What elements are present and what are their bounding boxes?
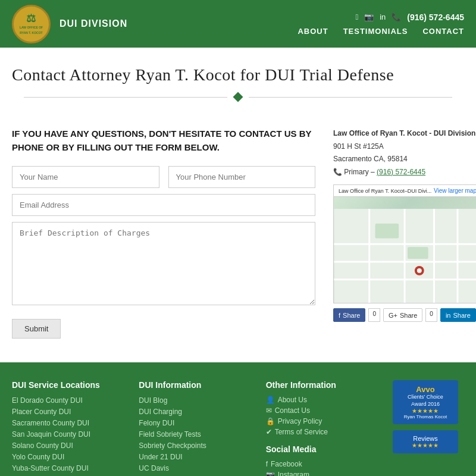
footer-link[interactable]: San Joaquin County DUI: [12, 430, 90, 439]
header-left: ⚖ LAW OFFICE OFRYAN T. KOCOT DUI DIVISIO…: [12, 5, 127, 43]
address-title: Law Office of Ryan T. Kocot - DUI Divisi…: [333, 129, 476, 137]
list-item: Yuba-Sutter County DUI: [12, 464, 127, 472]
footer-link[interactable]: DUI Charging: [139, 408, 182, 416]
list-item: DUI Charging: [139, 407, 253, 416]
header-phone: (916) 572-6445: [407, 12, 464, 22]
footer-link[interactable]: Sobriety Checkpoints: [139, 441, 206, 450]
fb-footer-icon: f: [266, 460, 268, 468]
page-title-section: Contact Attorney Ryan T. Kocot for DUI T…: [0, 48, 476, 115]
avvo-badge: Avvo Clients' Choice Award 2016 ★★★★★ Ry…: [393, 380, 458, 424]
footer-col2-title: DUI Information: [139, 380, 253, 390]
contact-link[interactable]: Contact Us: [275, 406, 310, 415]
svg-rect-8: [375, 224, 399, 239]
address-phone-link[interactable]: (916) 572-6445: [377, 168, 425, 176]
address-block: Law Office of Ryan T. Kocot - DUI Divisi…: [333, 127, 476, 178]
list-item: El Dorado County DUI: [12, 396, 127, 405]
avvo-subtitle: Clients' Choice Award 2016: [400, 394, 451, 408]
name-input[interactable]: [12, 166, 159, 188]
lock-icon: 🔒: [266, 417, 275, 425]
footer-link[interactable]: Solano County DUI: [12, 441, 73, 450]
list-item: Placer County DUI: [12, 407, 127, 416]
li-icon: in: [446, 312, 451, 319]
linkedin-icon[interactable]: in: [380, 12, 386, 21]
footer-link[interactable]: El Dorado County DUI: [12, 396, 83, 405]
avvo-logo: Avvo: [400, 385, 451, 394]
facebook-link[interactable]: Facebook: [271, 460, 302, 468]
footer-link[interactable]: Placer County DUI: [12, 408, 71, 416]
list-item: San Joaquin County DUI: [12, 430, 127, 439]
map-view-larger[interactable]: View larger map: [434, 187, 476, 194]
email-input[interactable]: [12, 194, 315, 216]
footer-link[interactable]: Sacramento County DUI: [12, 419, 89, 427]
list-item: Under 21 DUI: [139, 452, 253, 461]
form-row-name-phone: [12, 166, 315, 188]
facebook-share-button[interactable]: f Share: [333, 308, 365, 322]
envelope-icon: ✉: [266, 406, 272, 415]
list-item: DUI Blog: [139, 396, 253, 405]
reviews-stars: ★★★★★: [400, 442, 451, 449]
footer-col-locations: DUI Service Locations El Dorado County D…: [12, 380, 127, 476]
divider: [24, 93, 452, 101]
list-item: UC Davis: [139, 464, 253, 472]
list-item: Sacramento County DUI: [12, 418, 127, 427]
header-right:  📷 in 📞 (916) 572-6445 ABOUT TESTIMONIA…: [298, 12, 464, 36]
list-item: Solano County DUI: [12, 441, 127, 450]
left-column: IF YOU HAVE ANY QUESTIONS, DON'T HESITAT…: [12, 127, 315, 339]
list-item: Felony DUI: [139, 418, 253, 427]
avvo-name: Ryan Thomas Kocot: [400, 414, 451, 419]
user-icon: 👤: [266, 396, 275, 404]
map-placeholder: [334, 197, 476, 303]
g-share-count: 0: [425, 308, 437, 322]
right-column: Law Office of Ryan T. Kocot - DUI Divisi…: [333, 127, 476, 339]
page-title: Contact Attorney Ryan T. Kocot for DUI T…: [12, 65, 464, 84]
footer-link[interactable]: Field Sobriety Tests: [139, 430, 201, 439]
privacy-link[interactable]: Privacy Policy: [278, 417, 322, 425]
footer-terms-link: ✔ Terms of Service: [266, 428, 381, 436]
map-title: Law Office of Ryan T. Kocot–DUI Divi...: [339, 188, 431, 194]
nav-testimonials[interactable]: TESTIMONIALS: [343, 27, 408, 36]
footer-col1-title: DUI Service Locations: [12, 380, 127, 390]
footer-privacy-link: 🔒 Privacy Policy: [266, 417, 381, 425]
header: ⚖ LAW OFFICE OFRYAN T. KOCOT DUI DIVISIO…: [0, 0, 476, 48]
list-item: Sobriety Checkpoints: [139, 441, 253, 450]
google-share-button[interactable]: G+ Share: [383, 308, 422, 322]
terms-link[interactable]: Terms of Service: [275, 428, 328, 436]
footer-col-info: DUI Information DUI Blog DUI Charging Fe…: [139, 380, 253, 476]
footer-col-other: Other Information 👤 About Us ✉ Contact U…: [266, 380, 381, 476]
reviews-badge: Reviews ★★★★★: [393, 430, 458, 453]
list-item: Field Sobriety Tests: [139, 430, 253, 439]
linkedin-share-button[interactable]: in Share: [440, 308, 476, 322]
footer: DUI Service Locations El Dorado County D…: [0, 362, 476, 476]
footer-link[interactable]: UC Davis: [139, 464, 169, 472]
submit-button[interactable]: Submit: [12, 319, 61, 339]
list-item: Yolo County DUI: [12, 452, 127, 461]
map-container: Law Office of Ryan T. Kocot–DUI Divi... …: [333, 184, 476, 303]
address-city: Sacramento CA, 95814: [333, 155, 408, 163]
footer-link[interactable]: Under 21 DUI: [139, 453, 182, 461]
footer-link[interactable]: Yuba-Sutter County DUI: [12, 464, 89, 472]
footer-col2-list: DUI Blog DUI Charging Felony DUI Field S…: [139, 396, 253, 472]
footer-link[interactable]: Yolo County DUI: [12, 453, 64, 461]
main-content: IF YOU HAVE ANY QUESTIONS, DON'T HESITAT…: [0, 115, 476, 350]
diamond-icon: [233, 92, 243, 102]
phone-label: 📞: [333, 168, 344, 176]
footer-link[interactable]: Felony DUI: [139, 419, 174, 427]
message-input[interactable]: [12, 222, 315, 305]
about-link[interactable]: About Us: [278, 396, 307, 404]
phone-input[interactable]: [168, 166, 316, 188]
nav-about[interactable]: ABOUT: [298, 27, 328, 36]
facebook-icon[interactable]: : [355, 12, 358, 21]
form-row-message: [12, 222, 315, 307]
social-share: f Share 0 G+ Share 0 in Share 🐦 Tweet: [333, 308, 476, 322]
footer-contact-link: ✉ Contact Us: [266, 406, 381, 415]
footer-col3-title: Other Information: [266, 380, 381, 390]
instagram-link[interactable]: Instagram: [278, 471, 309, 476]
footer-badges: Avvo Clients' Choice Award 2016 ★★★★★ Ry…: [393, 380, 464, 476]
fb-share-label: Share: [343, 312, 360, 319]
phone-icon: 📞: [392, 12, 401, 21]
instagram-icon[interactable]: 📷: [364, 12, 374, 21]
check-icon: ✔: [266, 428, 272, 436]
nav-contact[interactable]: CONTACT: [422, 27, 464, 36]
svg-point-11: [417, 268, 422, 273]
footer-link[interactable]: DUI Blog: [139, 396, 167, 405]
